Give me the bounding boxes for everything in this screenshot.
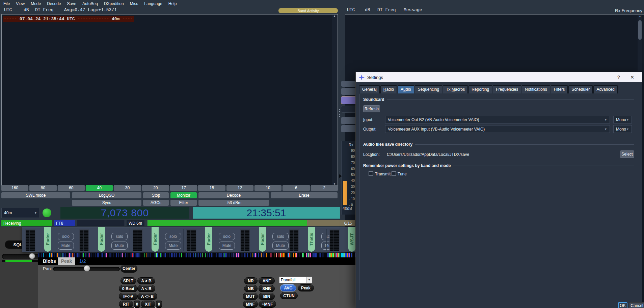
band-15m-button[interactable]: 15 — [198, 185, 225, 191]
peak-button[interactable]: Peak — [298, 284, 314, 291]
tab-blobs[interactable]: Blobs — [43, 258, 56, 264]
xit-button[interactable]: XIT — [141, 301, 155, 308]
audio-output-combo[interactable]: Voicemeeter AUX Input (VB-Audio Voicemee… — [385, 125, 610, 133]
transmit-checkbox[interactable] — [369, 171, 373, 176]
anf-button[interactable]: ANF — [259, 277, 275, 284]
scrollbar-thumb[interactable] — [638, 20, 642, 40]
channel-fader-handle[interactable]: Thetis — [308, 227, 315, 252]
scroll-up-icon[interactable]: ▲ — [638, 15, 642, 18]
channel-mute-button[interactable]: Mute — [165, 242, 181, 250]
tab-peak[interactable]: Peak — [58, 257, 75, 265]
bin-button[interactable]: BIN — [259, 293, 275, 300]
pan-slider-knob[interactable] — [84, 265, 90, 272]
a-to-b-button[interactable]: A > B — [137, 277, 155, 284]
output-channels-combo[interactable]: Mono▼ — [613, 125, 632, 133]
side-button[interactable] — [341, 125, 356, 132]
tab-general[interactable]: General — [359, 85, 380, 93]
sync-button[interactable]: Sync — [72, 200, 141, 206]
menu-view[interactable]: View — [16, 1, 25, 6]
band-17m-button[interactable]: 17 — [170, 185, 197, 191]
swl-mode-button[interactable]: SWL mode — [1, 192, 70, 198]
channel-fader-handle[interactable]: Fader — [205, 227, 212, 252]
refresh-button[interactable]: Refresh — [363, 105, 380, 112]
channel-mute-button[interactable]: Mute — [58, 242, 74, 250]
input-channels-combo[interactable]: Mono▼ — [613, 116, 632, 123]
menu-help[interactable]: Help — [168, 1, 177, 6]
mut-button[interactable]: MUT — [243, 293, 258, 300]
agcc-button[interactable]: AGCc — [143, 200, 169, 206]
band-40m-button[interactable]: 40 — [86, 185, 113, 191]
menu-mode[interactable]: Mode — [31, 1, 41, 6]
nb-button[interactable]: NB — [244, 285, 258, 292]
channel-fader-handle[interactable]: Fader — [98, 227, 105, 252]
side-button[interactable] — [341, 81, 356, 87]
avg-button[interactable]: AVG — [280, 284, 296, 291]
menu-decode[interactable]: Decode — [47, 1, 61, 6]
band-activity-button[interactable]: Band Activity — [278, 8, 338, 13]
if-to-v-button[interactable]: IF->V — [119, 293, 138, 300]
snb-button[interactable]: SNB — [259, 285, 275, 292]
tab-advanced[interactable]: Advanced — [593, 85, 617, 93]
log-qso-button[interactable]: Log QSO — [72, 192, 141, 198]
xit-value[interactable]: 0 — [156, 301, 162, 308]
mnf-button[interactable]: MNF — [243, 301, 258, 308]
nr-button[interactable]: NR — [244, 277, 258, 284]
channel-fader-handle[interactable]: Fader — [259, 227, 266, 252]
meter-pointer[interactable] — [339, 174, 342, 178]
stop-button[interactable]: Stop — [143, 192, 169, 198]
dialog-title-bar[interactable]: Settings — [356, 72, 642, 82]
tab-page-1-2[interactable]: 1/2 — [79, 258, 86, 264]
waterfall-strip[interactable] — [38, 253, 355, 257]
dialog-help-button[interactable]: ? — [613, 72, 624, 82]
select-directory-button[interactable]: Select — [620, 150, 634, 158]
tune-checkbox[interactable] — [392, 171, 396, 176]
erase-button[interactable]: Erase — [271, 192, 338, 198]
channel-solo-button[interactable]: solo — [219, 233, 235, 240]
tab-tx-macros[interactable]: Tx Macros — [443, 85, 468, 93]
menu-file[interactable]: File — [3, 1, 10, 6]
band-60m-button[interactable]: 60 — [58, 185, 85, 191]
rx-panel-scrollbar[interactable]: ▲ — [638, 15, 642, 71]
side-button[interactable] — [341, 117, 356, 124]
tab-frequencies[interactable]: Frequencies — [493, 85, 521, 93]
tab-notifications[interactable]: Notifications — [522, 85, 550, 93]
channel-fader-handle[interactable]: Fader — [152, 227, 159, 252]
band-select-combo[interactable]: 40m▼ — [1, 208, 39, 218]
band-panel-scrollbar[interactable]: ▲ ▼ — [332, 15, 338, 186]
decode-button[interactable]: Decode — [198, 192, 269, 198]
channel-solo-button[interactable]: solo — [111, 233, 128, 240]
signal-level-button[interactable]: -53 dBm — [198, 200, 269, 206]
zero-beat-button[interactable]: 0 Beat — [119, 285, 138, 292]
close-icon[interactable]: ✕ — [626, 72, 638, 82]
tab-filters[interactable]: Filters — [551, 85, 568, 93]
band-20m-button[interactable]: 20 — [142, 185, 169, 191]
tab-radio[interactable]: Radio — [380, 85, 397, 93]
plus-mnf-button[interactable]: +MNF — [259, 301, 276, 308]
band-10m-button[interactable]: 10 — [254, 185, 281, 191]
menu-autoseq[interactable]: AutoSeq — [82, 1, 98, 6]
channel-solo-button[interactable]: solo — [165, 233, 181, 240]
channel-mute-button[interactable]: Mute — [111, 242, 128, 250]
band-6m-button[interactable]: 6 — [283, 185, 310, 191]
side-button-active[interactable] — [341, 96, 356, 104]
audio-input-combo[interactable]: Voicemeeter Out B2 (VB-Audio Voicemeeter… — [385, 116, 610, 123]
cancel-button[interactable]: Cancel — [629, 302, 644, 308]
channel-fader-handle[interactable]: Fader — [44, 227, 51, 252]
menu-language[interactable]: Language — [144, 1, 162, 6]
splitter-grip[interactable] — [339, 109, 340, 118]
display-mode-combo[interactable]: Panafall ▼ — [279, 277, 312, 283]
band-12m-button[interactable]: 12 — [226, 185, 253, 191]
rit-button[interactable]: RIT — [119, 301, 133, 308]
channel-mute-button[interactable]: Mute — [219, 242, 235, 250]
channel-solo-button[interactable]: solo — [58, 233, 74, 240]
rit-value[interactable]: 0 — [134, 301, 140, 308]
filter-button[interactable]: Filter — [170, 200, 197, 206]
ctun-button[interactable]: CTUN — [280, 292, 298, 299]
menu-save[interactable]: Save — [67, 1, 76, 6]
menu-misc[interactable]: Misc — [130, 1, 138, 6]
band-2m-button[interactable]: 2 — [311, 185, 338, 191]
menu-dxpedition[interactable]: DXpedition — [104, 1, 124, 6]
tab-sequencing[interactable]: Sequencing — [415, 85, 442, 93]
a-swap-b-button[interactable]: A <> B — [137, 293, 157, 300]
side-button[interactable] — [341, 106, 356, 113]
